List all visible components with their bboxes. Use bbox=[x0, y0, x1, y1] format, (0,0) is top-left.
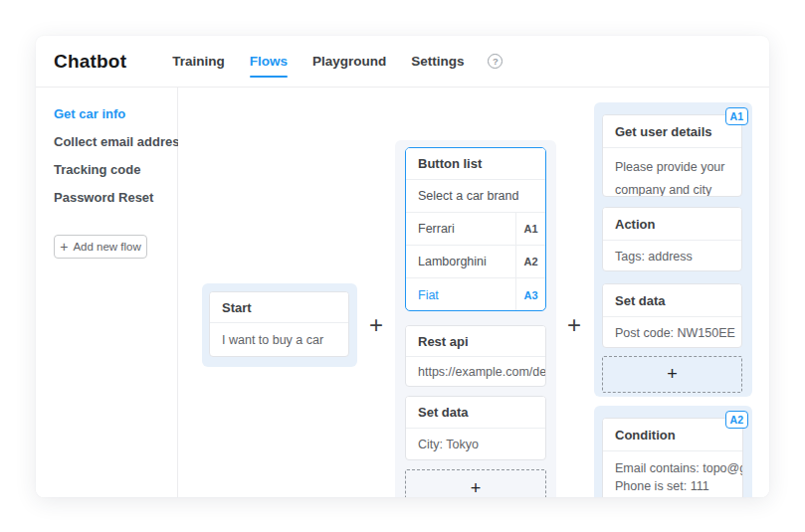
add-new-flow-button[interactable]: + Add new flow bbox=[54, 235, 147, 259]
button-list-node[interactable]: Button list Select a car brand Ferrari A… bbox=[405, 147, 546, 311]
middle-node-group: Button list Select a car brand Ferrari A… bbox=[395, 140, 556, 497]
set-data-node-city[interactable]: Set data City: Tokyo bbox=[405, 396, 546, 460]
app-header: Chatbot Training Flows Playground Settin… bbox=[36, 36, 769, 88]
option-label: Lamborghini bbox=[406, 246, 515, 277]
set-data-title: Set data bbox=[603, 284, 741, 317]
rest-api-url: https://example.com/de… bbox=[406, 357, 545, 387]
flow-canvas: Start I want to buy a car + Button list … bbox=[178, 88, 769, 497]
get-user-details-text: Please provide your company and city bbox=[603, 148, 741, 197]
get-user-details-node[interactable]: Get user details Please provide your com… bbox=[602, 114, 742, 197]
text-line-2: company and city bbox=[615, 179, 729, 197]
option-badge: A2 bbox=[515, 246, 545, 277]
get-user-details-title: Get user details bbox=[603, 115, 741, 148]
add-node-button-a1[interactable]: + bbox=[602, 356, 742, 393]
option-badge: A1 bbox=[515, 213, 545, 245]
sidebar-item-password-reset[interactable]: Password Reset bbox=[54, 188, 177, 216]
sidebar: Get car info Collect email address Track… bbox=[36, 88, 178, 497]
page: Chatbot Training Flows Playground Settin… bbox=[0, 0, 805, 532]
tab-training[interactable]: Training bbox=[172, 54, 225, 69]
tab-settings[interactable]: Settings bbox=[411, 54, 464, 69]
option-badge: A3 bbox=[515, 278, 545, 311]
tab-bar: Training Flows Playground Settings bbox=[172, 54, 464, 69]
sidebar-item-get-car-info[interactable]: Get car info bbox=[54, 104, 177, 132]
sidebar-item-collect-email-address[interactable]: Collect email address bbox=[54, 132, 177, 160]
start-node-title: Start bbox=[210, 292, 348, 323]
text-line-1: Please provide your bbox=[615, 156, 729, 179]
start-node-text: I want to buy a car bbox=[210, 323, 348, 357]
tab-flows[interactable]: Flows bbox=[250, 54, 288, 69]
set-data-node-postcode[interactable]: Set data Post code: NW150EE bbox=[602, 283, 742, 348]
add-step-connector-1[interactable]: + bbox=[363, 312, 389, 338]
option-row-ferrari[interactable]: Ferrari A1 bbox=[406, 213, 545, 246]
tab-playground[interactable]: Playground bbox=[312, 54, 386, 69]
option-label: Ferrari bbox=[406, 213, 515, 245]
button-list-title: Button list bbox=[406, 148, 545, 180]
condition-rule-phone: Phone is set: 111 bbox=[615, 477, 730, 495]
action-node[interactable]: Action Tags: address bbox=[602, 207, 742, 271]
start-node-group: Start I want to buy a car bbox=[202, 283, 357, 367]
button-list-question: Select a car brand bbox=[406, 180, 545, 213]
sidebar-item-tracking-code[interactable]: Tracking code bbox=[54, 160, 177, 188]
start-node[interactable]: Start I want to buy a car bbox=[209, 291, 349, 357]
rest-api-node[interactable]: Rest api https://example.com/de… bbox=[405, 325, 546, 387]
condition-node[interactable]: Condition Email contains: topo@g… Phone … bbox=[602, 418, 743, 497]
add-new-flow-label: Add new flow bbox=[73, 241, 140, 253]
rest-api-title: Rest api bbox=[406, 326, 545, 357]
action-title: Action bbox=[603, 208, 741, 241]
option-label: Fiat bbox=[406, 278, 515, 311]
branch-a2-group: A2 Condition Email contains: topo@g… Pho… bbox=[594, 406, 752, 497]
condition-rule-email: Email contains: topo@g… bbox=[615, 459, 730, 477]
set-data-value: Post code: NW150EE bbox=[603, 317, 741, 348]
set-data-value: City: Tokyo bbox=[406, 429, 545, 460]
condition-title: Condition bbox=[603, 419, 742, 451]
app-title: Chatbot bbox=[54, 51, 126, 73]
plus-icon: + bbox=[60, 239, 68, 255]
set-data-title: Set data bbox=[406, 397, 545, 429]
branch-a1-group: A1 Get user details Please provide your … bbox=[594, 102, 752, 397]
option-row-lamborghini[interactable]: Lamborghini A2 bbox=[406, 246, 545, 278]
help-icon[interactable]: ? bbox=[488, 54, 503, 69]
condition-rules: Email contains: topo@g… Phone is set: 11… bbox=[603, 451, 742, 495]
add-step-connector-2[interactable]: + bbox=[561, 312, 587, 338]
branch-a1-badge: A1 bbox=[725, 107, 748, 125]
action-tags: Tags: address bbox=[603, 241, 741, 271]
branch-a2-badge: A2 bbox=[725, 411, 748, 429]
add-node-button-middle[interactable]: + bbox=[405, 469, 546, 497]
app-window: Chatbot Training Flows Playground Settin… bbox=[36, 36, 769, 497]
option-row-fiat[interactable]: Fiat A3 bbox=[406, 278, 545, 311]
